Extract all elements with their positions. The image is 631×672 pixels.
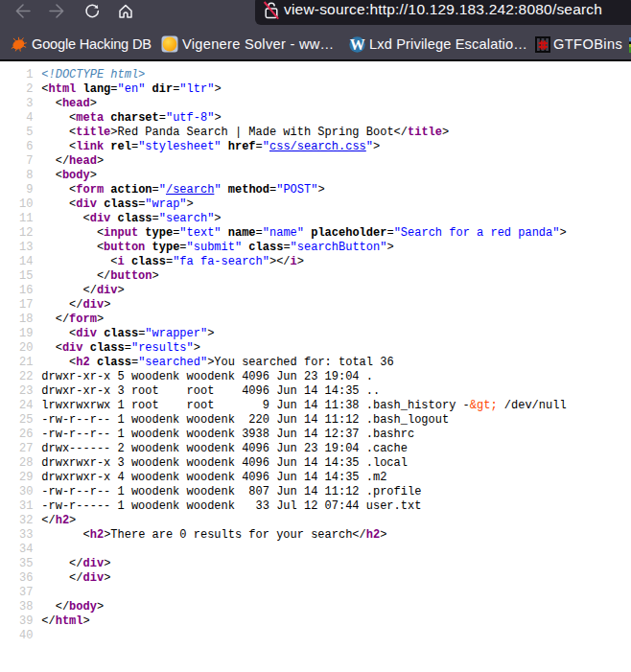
svg-text:W: W [350,36,365,53]
